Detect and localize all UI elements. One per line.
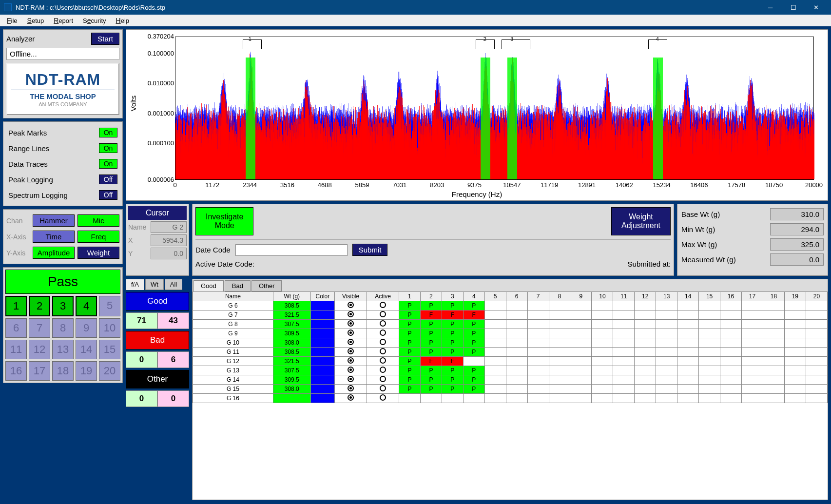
submit-button[interactable]: Submit	[352, 244, 388, 256]
col-header[interactable]: Visible	[335, 292, 367, 301]
channel-14[interactable]: 14	[76, 340, 97, 359]
channel-19[interactable]: 19	[76, 361, 97, 381]
channel-13[interactable]: 13	[52, 340, 74, 359]
col-header[interactable]: Color	[310, 292, 334, 301]
summary-tab-wt[interactable]: Wt	[145, 279, 164, 290]
toggle-range-lines[interactable]: On	[99, 143, 117, 153]
table-row[interactable]: G 11308.5PPPP	[193, 348, 828, 357]
col-header[interactable]: 20	[806, 292, 827, 301]
visible-radio[interactable]	[348, 320, 354, 327]
table-row[interactable]: G 15308.0PPPP	[193, 385, 828, 394]
col-header[interactable]: 9	[570, 292, 592, 301]
table-row[interactable]: G 9309.5PPPP	[193, 329, 828, 338]
channel-16[interactable]: 16	[5, 361, 27, 381]
active-radio[interactable]	[380, 348, 386, 354]
channel-11[interactable]: 11	[5, 340, 27, 359]
minimize-button[interactable]: ─	[759, 0, 781, 14]
active-radio[interactable]	[380, 394, 386, 401]
active-radio[interactable]	[380, 385, 386, 391]
visible-radio[interactable]	[348, 302, 354, 308]
channel-18[interactable]: 18	[52, 361, 74, 381]
col-header[interactable]: 10	[592, 292, 613, 301]
visible-radio[interactable]	[348, 357, 354, 364]
col-header[interactable]: 16	[720, 292, 742, 301]
toggle-data-traces[interactable]: On	[99, 159, 117, 169]
close-button[interactable]: ✕	[805, 0, 827, 14]
active-radio[interactable]	[380, 367, 386, 373]
channel-3[interactable]: 3	[52, 296, 74, 316]
other-button[interactable]: Other	[126, 370, 189, 388]
channel-17[interactable]: 17	[29, 361, 50, 381]
active-radio[interactable]	[380, 339, 386, 345]
table-row[interactable]: G 10308.0PPPP	[193, 338, 828, 348]
yaxis-weight-button[interactable]: Weight	[77, 247, 119, 259]
col-header[interactable]: 17	[741, 292, 763, 301]
chart-plot-area[interactable]: 1234	[175, 37, 814, 180]
visible-radio[interactable]	[348, 339, 354, 345]
table-row[interactable]: G 14309.5PPPP	[193, 375, 828, 385]
active-radio[interactable]	[380, 376, 386, 382]
visible-radio[interactable]	[348, 348, 354, 354]
spectrum-chart[interactable]: Volts Frequency (Hz) 1234 0.3702040.1000…	[126, 29, 828, 201]
summary-tab-f-a[interactable]: f/A	[126, 279, 144, 290]
channel-15[interactable]: 15	[99, 340, 120, 359]
col-header[interactable]: 5	[484, 292, 506, 301]
channel-2[interactable]: 2	[29, 296, 50, 316]
menu-security[interactable]: Security	[78, 16, 111, 25]
table-row[interactable]: G 16	[193, 394, 828, 403]
visible-radio[interactable]	[348, 376, 354, 382]
col-header[interactable]: 4	[463, 292, 484, 301]
menu-file[interactable]: File	[2, 16, 22, 25]
active-radio[interactable]	[380, 357, 386, 364]
col-header[interactable]: 6	[506, 292, 527, 301]
table-tab-good[interactable]: Good	[193, 280, 224, 291]
active-radio[interactable]	[380, 330, 386, 336]
col-header[interactable]: 19	[784, 292, 806, 301]
channel-8[interactable]: 8	[52, 318, 74, 338]
maximize-button[interactable]: ☐	[782, 0, 804, 14]
col-header[interactable]: 7	[527, 292, 549, 301]
col-header[interactable]: Active	[367, 292, 399, 301]
toggle-spectrum-logging[interactable]: Off	[99, 190, 117, 200]
menu-report[interactable]: Report	[49, 16, 78, 25]
visible-radio[interactable]	[348, 311, 354, 317]
table-row[interactable]: G 12321.5PFF	[193, 357, 828, 366]
channel-4[interactable]: 4	[76, 296, 97, 316]
active-radio[interactable]	[380, 311, 386, 317]
data-table[interactable]: NameWt (g)ColorVisibleActive123456789101…	[193, 291, 828, 403]
col-header[interactable]: 12	[635, 292, 656, 301]
channel-7[interactable]: 7	[29, 318, 50, 338]
table-row[interactable]: G 8307.5PPPP	[193, 320, 828, 329]
toggle-peak-marks[interactable]: On	[99, 128, 117, 137]
table-row[interactable]: G 7321.5PFFF	[193, 310, 828, 320]
channel-12[interactable]: 12	[29, 340, 50, 359]
table-tab-bad[interactable]: Bad	[225, 280, 251, 291]
table-row[interactable]: G 13307.5PPPP	[193, 366, 828, 375]
col-header[interactable]: 15	[699, 292, 720, 301]
col-header[interactable]: Name	[193, 292, 273, 301]
col-header[interactable]: 8	[549, 292, 570, 301]
active-radio[interactable]	[380, 302, 386, 308]
date-code-input[interactable]	[235, 244, 348, 256]
yaxis-amplitude-button[interactable]: Amplitude	[33, 247, 75, 259]
col-header[interactable]: 1	[399, 292, 420, 301]
col-header[interactable]: 2	[420, 292, 442, 301]
chan-mic-button[interactable]: Mic	[77, 214, 119, 227]
bad-button[interactable]: Bad	[126, 331, 189, 349]
summary-tab-all[interactable]: All	[165, 279, 182, 290]
channel-6[interactable]: 6	[5, 318, 27, 338]
channel-5[interactable]: 5	[99, 296, 120, 316]
active-radio[interactable]	[380, 320, 386, 327]
col-header[interactable]: 3	[442, 292, 463, 301]
table-row[interactable]: G 6308.5PPPP	[193, 301, 828, 310]
channel-10[interactable]: 10	[99, 318, 120, 338]
channel-1[interactable]: 1	[5, 296, 27, 316]
table-tab-other[interactable]: Other	[251, 280, 282, 291]
col-header[interactable]: 13	[656, 292, 677, 301]
good-button[interactable]: Good	[126, 292, 189, 310]
visible-radio[interactable]	[348, 367, 354, 373]
channel-9[interactable]: 9	[76, 318, 97, 338]
visible-radio[interactable]	[348, 385, 354, 391]
col-header[interactable]: 18	[763, 292, 784, 301]
weight-adjustment-button[interactable]: Weight Adjustment	[611, 207, 671, 235]
